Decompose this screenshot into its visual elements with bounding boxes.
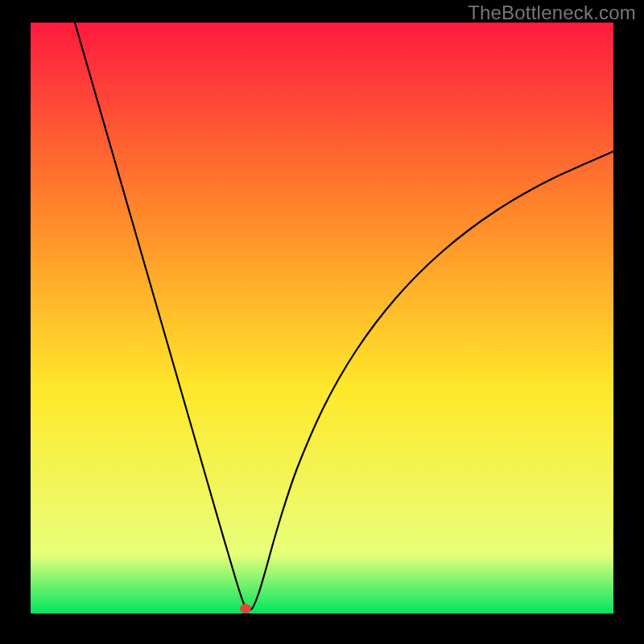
minimum-marker [240,604,251,613]
chart-frame: TheBottleneck.com [0,0,644,644]
gradient-background [31,23,613,613]
bottleneck-chart [31,23,613,613]
plot-container [31,23,613,613]
watermark-text: TheBottleneck.com [468,2,636,24]
